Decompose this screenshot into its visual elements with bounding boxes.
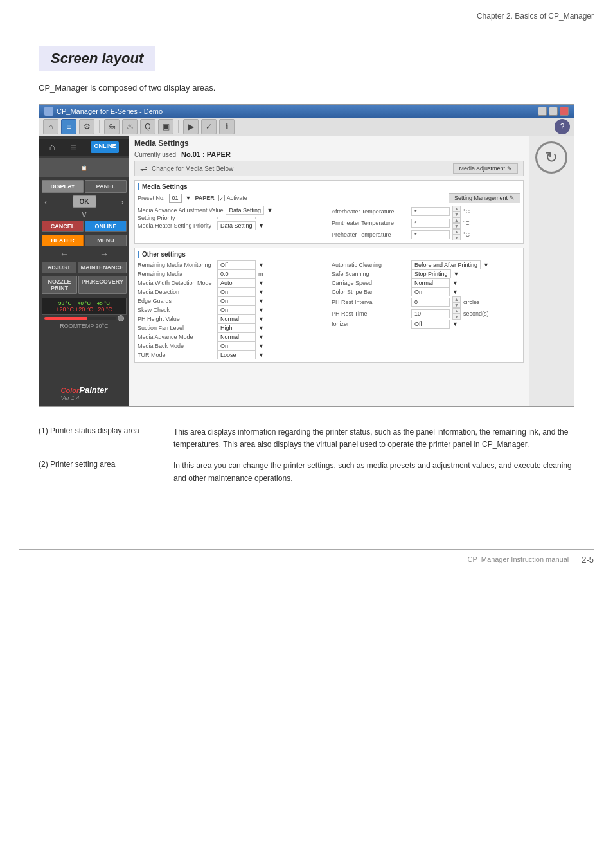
os-dd-l6[interactable]: ▼ xyxy=(258,307,264,313)
sg-spin-dn-r1[interactable]: ▼ xyxy=(452,212,461,217)
heater-button[interactable]: HEATER xyxy=(42,235,84,246)
os-dd-l11[interactable]: ▼ xyxy=(258,352,264,358)
os-value-r4[interactable]: On xyxy=(411,287,450,296)
setting-management-button[interactable]: Setting Management ✎ xyxy=(449,193,520,203)
sg-dropdown-3[interactable]: ▼ xyxy=(258,222,264,229)
lp-slider-row[interactable] xyxy=(42,315,127,321)
lp-arrow-left-icon[interactable]: ← xyxy=(60,249,69,259)
tb-media-icon[interactable]: ▣ xyxy=(158,119,173,134)
nozzle-print-button[interactable]: NOZZLE PRINT xyxy=(42,276,77,294)
cancel-button[interactable]: CANCEL xyxy=(42,221,84,232)
win-controls[interactable] xyxy=(538,107,569,116)
annotation-desc-1: This area displays information regarding… xyxy=(173,426,574,451)
ok-button[interactable]: OK xyxy=(73,195,96,208)
os-dd-r2[interactable]: ▼ xyxy=(454,271,459,277)
tb-temp-icon[interactable]: ♨ xyxy=(122,119,138,134)
os-dd-l4[interactable]: ▼ xyxy=(258,289,264,295)
online-button[interactable]: ONLINE xyxy=(85,221,127,232)
os-dd-l5[interactable]: ▼ xyxy=(258,298,264,304)
os-value-l1[interactable]: Off xyxy=(217,260,256,269)
ph-recovery-button[interactable]: PH.RECOVERY xyxy=(78,276,127,294)
panel-button[interactable]: PANEL xyxy=(85,180,127,193)
os-spinner-r6[interactable]: ▲ ▼ xyxy=(452,308,461,320)
os-dd-r7[interactable]: ▼ xyxy=(452,321,458,327)
os-spin-dn-r6[interactable]: ▼ xyxy=(452,314,461,320)
os-value-r7[interactable]: Off xyxy=(411,320,450,329)
os-dd-l7[interactable]: ▼ xyxy=(258,316,264,322)
os-value-r6[interactable]: 10 xyxy=(411,309,450,318)
activate-checkbox[interactable] xyxy=(218,195,225,201)
media-adjustment-button[interactable]: Media Adjustment ✎ xyxy=(453,163,518,174)
activate-check[interactable]: Activate xyxy=(218,195,247,201)
close-button[interactable] xyxy=(560,107,569,116)
display-button[interactable]: DISPLAY xyxy=(42,180,84,193)
os-value-l8[interactable]: High xyxy=(217,323,256,332)
os-value-l7[interactable]: Normal xyxy=(217,314,256,323)
sg-value-2[interactable] xyxy=(217,217,256,219)
lp-grid-icon[interactable]: ≡ xyxy=(70,141,76,153)
os-dd-l8[interactable]: ▼ xyxy=(258,325,264,331)
tb-info-icon[interactable]: ℹ xyxy=(219,119,235,134)
os-value-l6[interactable]: On xyxy=(217,305,256,314)
os-value-r5[interactable]: 0 xyxy=(411,298,450,307)
tb-ink-icon[interactable]: 🖮 xyxy=(104,119,120,134)
menu-button[interactable]: MENU xyxy=(85,235,127,246)
os-dd-l1[interactable]: ▼ xyxy=(258,262,264,268)
sg-value-r2[interactable]: * xyxy=(411,219,450,228)
lp-left-arrow-icon[interactable]: ‹ xyxy=(44,197,48,207)
os-value-l5[interactable]: On xyxy=(217,296,256,305)
lp-panel-row[interactable]: DISPLAY PANEL xyxy=(39,180,129,193)
os-spin-up-r6[interactable]: ▲ xyxy=(452,308,461,314)
sg-dropdown-1[interactable]: ▼ xyxy=(267,207,272,213)
os-value-r1[interactable]: Before and After Printing xyxy=(411,260,481,269)
os-value-r2[interactable]: Stop Printing xyxy=(411,269,451,278)
tb-search-icon[interactable]: Q xyxy=(140,119,155,134)
sg-spinner-r2[interactable]: ▲ ▼ xyxy=(452,217,461,229)
maximize-button[interactable] xyxy=(549,107,558,116)
maintenance-button[interactable]: MAINTENANCE xyxy=(78,262,127,273)
os-spinner-r5[interactable]: ▲ ▼ xyxy=(452,296,461,308)
os-spin-up-r5[interactable]: ▲ xyxy=(452,296,461,302)
os-dd-r3[interactable]: ▼ xyxy=(452,280,458,286)
sg-spin-dn-r2[interactable]: ▼ xyxy=(452,223,461,229)
os-dd-l9[interactable]: ▼ xyxy=(258,334,264,340)
os-value-l11[interactable]: Loose xyxy=(217,350,256,359)
lp-down-icon[interactable]: v xyxy=(39,209,129,219)
refresh-button[interactable]: ↻ xyxy=(535,141,567,174)
sg-spin-up-r3[interactable]: ▲ xyxy=(452,229,461,235)
tb-help-icon[interactable]: ? xyxy=(555,119,570,134)
sg-value-r1[interactable]: * xyxy=(411,207,450,216)
tb-check-icon[interactable]: ✓ xyxy=(201,119,217,134)
preset-spinner-icon[interactable]: ▼ xyxy=(186,195,191,201)
sg-value-r3[interactable]: * xyxy=(411,230,450,239)
lp-arrow-right-icon[interactable]: → xyxy=(100,249,109,259)
preset-no-value[interactable]: 01 xyxy=(169,194,182,203)
os-dd-r4[interactable]: ▼ xyxy=(452,289,458,295)
os-dd-l10[interactable]: ▼ xyxy=(258,343,264,349)
os-dd-l3[interactable]: ▼ xyxy=(258,280,264,286)
os-value-l9[interactable]: Normal xyxy=(217,332,256,341)
lp-home-icon[interactable]: ⌂ xyxy=(49,141,55,153)
os-dd-r1[interactable]: ▼ xyxy=(483,262,489,268)
sg-value-3[interactable]: Data Setting xyxy=(217,221,256,230)
os-value-l3[interactable]: Auto xyxy=(217,278,256,287)
lp-right-arrow-icon[interactable]: › xyxy=(121,197,124,207)
os-value-l10[interactable]: On xyxy=(217,341,256,350)
os-value-l2[interactable]: 0.0 xyxy=(217,269,256,278)
sg-spin-up-r2[interactable]: ▲ xyxy=(452,217,461,223)
tb-grid-icon[interactable]: ≡ xyxy=(61,119,76,134)
minimize-button[interactable] xyxy=(538,107,547,116)
sg-value-1[interactable]: Data Setting xyxy=(226,206,264,215)
tb-home-icon[interactable]: ⌂ xyxy=(43,119,58,134)
tb-settings-icon[interactable]: ⚙ xyxy=(79,119,94,134)
os-value-r3[interactable]: Normal xyxy=(411,278,450,287)
sg-spin-dn-r3[interactable]: ▼ xyxy=(452,235,461,240)
sg-spinner-r3[interactable]: ▲ ▼ xyxy=(452,229,461,240)
adjust-button[interactable]: ADJUST xyxy=(42,262,76,273)
os-value-l4[interactable]: On xyxy=(217,287,256,296)
tb-play-icon[interactable]: ▶ xyxy=(183,119,199,134)
sg-spinner-r1[interactable]: ▲ ▼ xyxy=(452,206,461,217)
sg-spin-up-r1[interactable]: ▲ xyxy=(452,206,461,212)
lp-slider[interactable] xyxy=(44,317,116,320)
os-spin-dn-r5[interactable]: ▼ xyxy=(452,302,461,308)
